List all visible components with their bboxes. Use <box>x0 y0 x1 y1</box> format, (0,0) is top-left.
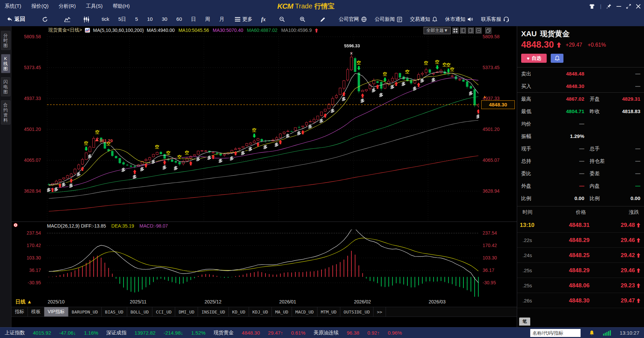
menu-item[interactable]: 报价(Q) <box>31 3 49 9</box>
field-value: — <box>635 167 640 180</box>
period-button[interactable]: 30 <box>162 16 167 22</box>
headset-icon <box>503 16 509 22</box>
field-value: 1.29% <box>543 130 584 142</box>
y-axis-label: 4937.33 <box>483 95 515 101</box>
pane-left-icon[interactable] <box>460 28 466 34</box>
theme-selector-button[interactable]: 全部主题▼ <box>424 27 451 34</box>
zoom-in-icon[interactable] <box>300 16 305 22</box>
period-button[interactable]: 10 <box>147 16 153 22</box>
ticker-change: 0.92↑ <box>367 330 380 336</box>
indicator-tab-BARUPDN_UD[interactable]: BARUPDN_UD <box>68 307 102 317</box>
indicator-tab-OUTSIDE_UD[interactable]: OUTSIDE_UD <box>340 307 374 317</box>
chart-type-sidebar: 分时图K线图闪电图合约资料 <box>0 26 11 327</box>
field-value: — <box>635 142 640 155</box>
toolbar-link[interactable]: 联系客服 <box>481 16 509 22</box>
main-chart-canvas[interactable] <box>47 34 479 222</box>
menu-item[interactable]: 分析(R) <box>59 3 76 9</box>
toolbar-link[interactable]: 交易通知 <box>410 16 437 22</box>
pane-right-icon[interactable] <box>468 28 474 34</box>
indicator-tab->>[interactable]: >> <box>374 307 386 317</box>
restore-icon[interactable] <box>626 4 631 9</box>
pane-restore-icon[interactable] <box>485 28 491 34</box>
shirt-icon[interactable] <box>589 4 595 9</box>
trade-time: .25s <box>523 278 532 293</box>
macd-canvas[interactable] <box>47 230 479 297</box>
ticker-percent: 1.16% <box>84 330 98 336</box>
favorite-button[interactable]: ♥ 自选 <box>521 54 547 63</box>
period-button[interactable]: 5 <box>135 16 138 22</box>
zoom-out-icon[interactable] <box>279 16 285 22</box>
sidebar-item-分时图[interactable]: 分时图 <box>1 31 10 50</box>
price-up-arrow-icon <box>557 42 561 48</box>
indicator-tab-VIP指标[interactable]: VIP指标 <box>44 307 68 317</box>
trade-price: 4848.29 <box>554 263 604 278</box>
quote-field-row: 卖出4848.48— <box>517 67 644 80</box>
chart-section: 现货黄金<日线> MA(5,10,30,60,100,200) MA5:4940… <box>11 26 517 327</box>
period-dropdown[interactable]: 日线 ▲ <box>15 297 32 307</box>
alert-button[interactable] <box>551 54 563 63</box>
indicator-tab-模板[interactable]: 模板 <box>28 307 44 317</box>
more-button[interactable]: 更多 <box>235 16 252 22</box>
period-button[interactable]: 月 <box>219 16 224 22</box>
news-icon <box>397 17 402 22</box>
period-button[interactable]: 60 <box>177 16 182 22</box>
pane-collapse-icon[interactable] <box>476 28 482 34</box>
ticker-name[interactable]: 深证成指 <box>106 330 127 336</box>
sidebar-item-char: 时 <box>3 38 8 43</box>
period-button[interactable]: tick <box>102 16 109 22</box>
indicator-tab-DMI_UD[interactable]: DMI_UD <box>175 307 198 317</box>
period-button[interactable]: 5日 <box>118 16 126 22</box>
toolbar-link[interactable]: 休市通知 <box>445 16 473 22</box>
indicator-tab-CCI_UD[interactable]: CCI_UD <box>152 307 175 317</box>
candle-chart-icon[interactable] <box>83 16 90 22</box>
bell-icon <box>555 56 560 61</box>
ticker-name[interactable]: 现货黄金 <box>213 330 234 336</box>
sidebar-item-闪电图[interactable]: 闪电图 <box>1 77 10 96</box>
ticker-name[interactable]: 上证指数 <box>5 330 25 336</box>
indicator-tab-MTM_UD[interactable]: MTM_UD <box>317 307 340 317</box>
menu-item[interactable]: 工具(S) <box>86 3 103 9</box>
ma-value: MA100:4596.9 <box>281 28 312 33</box>
trade-row: .24s4848.2529.42 <box>517 248 644 263</box>
tab-bi[interactable]: 笔 <box>519 318 530 326</box>
trade-change-value: 29.46 <box>621 237 635 244</box>
formula-button[interactable]: fx <box>261 16 265 22</box>
pane-divider[interactable] <box>11 222 517 222</box>
ma-indicator-icon[interactable] <box>85 28 90 33</box>
ticker-name[interactable]: 美原油连续 <box>313 330 339 336</box>
indicator-tab-BIAS_UD[interactable]: BIAS_UD <box>102 307 127 317</box>
menu-item[interactable]: 系统(T) <box>5 3 21 9</box>
back-button[interactable]: 返回 <box>7 16 25 23</box>
line-chart-icon[interactable] <box>64 16 70 22</box>
indicator-tab-MA_UD[interactable]: MA_UD <box>272 307 292 317</box>
close-icon[interactable] <box>636 4 641 9</box>
minimize-icon[interactable] <box>616 4 621 9</box>
field-value: 4848.30 <box>543 80 584 92</box>
indicator-tab-KDJ_UD[interactable]: KDJ_UD <box>249 307 272 317</box>
indicator-tab-指标[interactable]: 指标 <box>11 307 28 317</box>
up-arrow-icon <box>637 238 640 243</box>
indicator-tab-INSIDE_UD[interactable]: INSIDE_UD <box>198 307 229 317</box>
macd-axis-label: 103.30 <box>483 255 515 261</box>
indicator-tab-MACD_UD[interactable]: MACD_UD <box>292 307 317 317</box>
toolbar-link[interactable]: 公司官网 <box>339 16 367 22</box>
draw-icon[interactable] <box>320 17 326 22</box>
grid-layout-icon[interactable] <box>452 28 458 34</box>
notification-bell-icon[interactable] <box>589 330 594 336</box>
field-value: 4818.83 <box>622 105 640 117</box>
quote-panel: XAU 现货黄金 4848.30 +29.47 +0.61% ♥ 自选 卖出48… <box>517 26 644 327</box>
search-input[interactable] <box>530 329 581 337</box>
indicator-tab-KD_UD[interactable]: KD_UD <box>229 307 249 317</box>
x-axis: 日线 ▲ 2025/102025/112025/122026/012026/02… <box>11 297 517 307</box>
trade-time: .26s <box>523 293 532 308</box>
indicator-tab-BOLL_UD[interactable]: BOLL_UD <box>127 307 153 317</box>
refresh-icon[interactable] <box>42 16 48 22</box>
toolbar-link[interactable]: 公司新闻 <box>375 16 402 22</box>
sidebar-item-合约资料[interactable]: 合约资料 <box>1 100 10 125</box>
trade-time: .24s <box>523 248 532 263</box>
pin-icon[interactable] <box>606 4 611 9</box>
sidebar-item-K线图[interactable]: K线图 <box>1 54 10 73</box>
menu-item[interactable]: 帮助(H) <box>113 3 130 9</box>
period-button[interactable]: 日 <box>191 16 196 22</box>
period-button[interactable]: 周 <box>205 16 210 22</box>
